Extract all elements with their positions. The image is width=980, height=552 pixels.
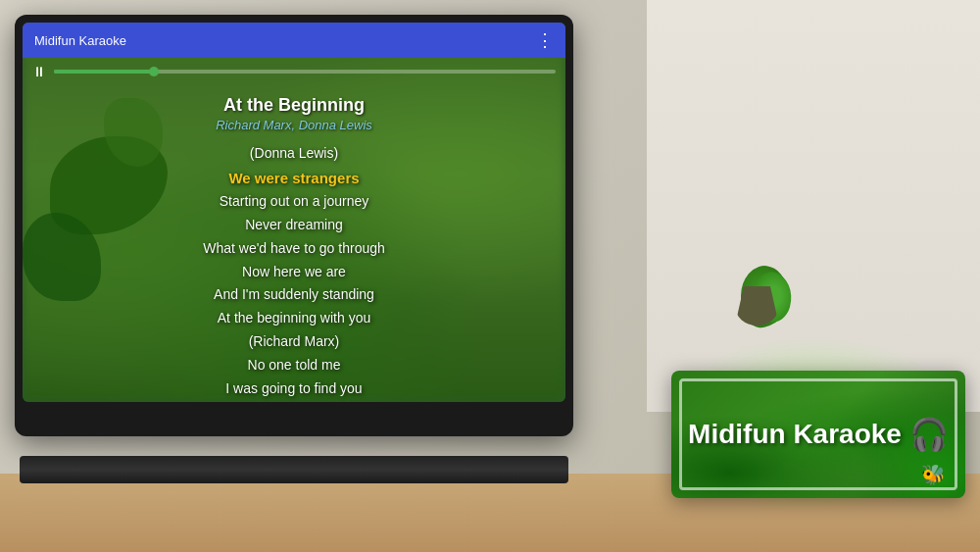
lyric-richard-marx: (Richard Marx)	[249, 330, 340, 354]
lyric-donna-lewis: (Donna Lewis)	[250, 142, 338, 166]
progress-dot	[149, 67, 159, 76]
lyric-never-dreaming: Never dreaming	[245, 214, 343, 237]
lyrics-area: At the Beginning Richard Marx, Donna Lew…	[23, 85, 565, 402]
logo-headphone-icon: 🎧	[909, 416, 949, 453]
lyric-what-wed-have: What we'd have to go through	[203, 237, 385, 261]
tv-frame: Midifun Karaoke ⋮ ⏸ At the Beginning Ric…	[15, 15, 573, 436]
lyric-suddenly-standing: And I'm suddenly standing	[214, 283, 374, 307]
song-title: At the Beginning	[223, 95, 365, 116]
app-title: Midifun Karaoke	[34, 33, 126, 48]
logo-text-area: Midifun Karaoke 🎧	[688, 416, 949, 453]
plant-decoration	[725, 226, 804, 343]
lyric-we-were-strangers: We were strangers	[228, 166, 359, 191]
top-bar: Midifun Karaoke ⋮	[23, 23, 565, 58]
lyric-starting-out: Starting out on a journey	[220, 190, 369, 214]
lyric-going-to-find-you: I was going to find you	[225, 377, 362, 401]
lyric-now-here-we-are: Now here we are	[242, 261, 346, 284]
logo-overlay: Midifun Karaoke 🎧 🐝	[671, 371, 965, 498]
bee-icon: 🐝	[921, 463, 946, 486]
logo-text: Midifun Karaoke	[688, 419, 902, 450]
tv-base	[265, 419, 323, 436]
song-artists: Richard Marx, Donna Lewis	[216, 118, 372, 132]
progress-fill	[54, 70, 154, 74]
progress-area: ⏸	[23, 58, 565, 85]
lyric-unexpected: Unexpected	[258, 400, 331, 402]
lyric-at-beginning-with-you: At the beginning with you	[218, 307, 370, 330]
tv-screen: Midifun Karaoke ⋮ ⏸ At the Beginning Ric…	[23, 23, 565, 402]
menu-icon[interactable]: ⋮	[536, 29, 554, 51]
pause-icon[interactable]: ⏸	[32, 64, 46, 79]
lyric-no-one-told-me: No one told me	[248, 354, 341, 377]
progress-track[interactable]	[54, 70, 556, 74]
soundbar	[20, 456, 568, 483]
